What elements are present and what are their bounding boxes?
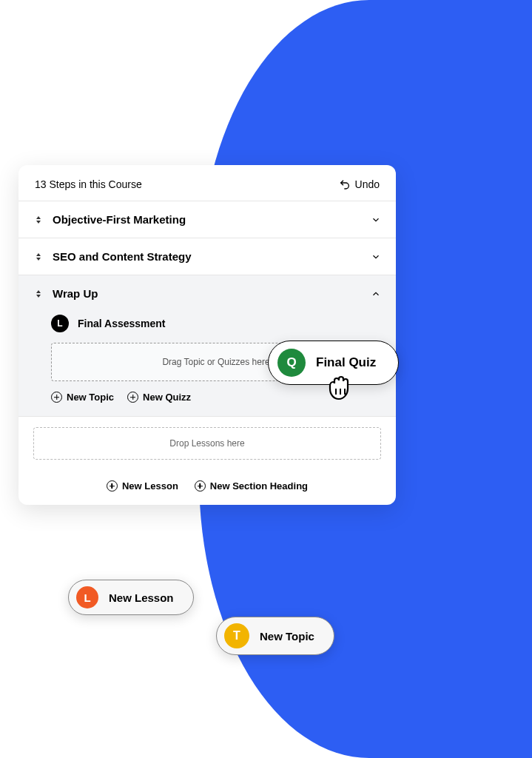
new-section-heading-button[interactable]: New Section Heading <box>195 480 308 492</box>
topic-pill[interactable]: T New Topic <box>216 617 334 655</box>
topic-badge: T <box>224 623 249 648</box>
course-builder-card: 13 Steps in this Course Undo Objective-F… <box>18 165 396 505</box>
chevron-up-icon <box>371 289 381 299</box>
drag-handle-icon[interactable] <box>33 290 44 298</box>
new-topic-button[interactable]: New Topic <box>51 392 114 403</box>
undo-icon <box>339 178 351 190</box>
drag-handle-icon[interactable] <box>33 253 44 261</box>
quiz-pill-label: Final Quiz <box>316 355 376 370</box>
drag-handle-icon[interactable] <box>33 216 44 224</box>
undo-label: Undo <box>355 178 380 190</box>
chevron-down-icon <box>371 252 381 262</box>
lesson-badge: L <box>76 586 98 608</box>
section-title: Objective-First Marketing <box>53 213 362 226</box>
footer-actions: New Lesson New Section Heading <box>18 470 396 505</box>
chevron-down-icon <box>371 215 381 225</box>
steps-count: 13 Steps in this Course <box>35 178 142 190</box>
lesson-pill[interactable]: L New Lesson <box>68 580 194 615</box>
plus-icon <box>195 480 206 492</box>
new-lesson-button[interactable]: New Lesson <box>107 480 178 492</box>
lesson-pill-label: New Lesson <box>109 591 174 604</box>
section-row[interactable]: Objective-First Marketing <box>18 201 396 238</box>
section-row[interactable]: SEO and Content Strategy <box>18 238 396 275</box>
plus-icon <box>107 480 118 492</box>
grab-cursor-icon <box>326 372 358 402</box>
lesson-row[interactable]: L Final Assessment <box>33 310 381 343</box>
new-topic-label: New Topic <box>67 392 114 403</box>
card-header: 13 Steps in this Course Undo <box>18 165 396 201</box>
topic-pill-label: New Topic <box>260 630 314 643</box>
section-title: SEO and Content Strategy <box>53 250 362 263</box>
section-title: Wrap Up <box>53 287 362 300</box>
new-section-heading-label: New Section Heading <box>210 480 308 492</box>
new-quizz-label: New Quizz <box>143 392 191 403</box>
new-quizz-button[interactable]: New Quizz <box>127 392 191 403</box>
plus-icon <box>51 392 62 403</box>
lesson-badge: L <box>51 315 69 332</box>
new-lesson-label: New Lesson <box>122 480 178 492</box>
section-header[interactable]: Wrap Up <box>33 287 381 300</box>
plus-icon <box>127 392 138 403</box>
lessons-dropzone[interactable]: Drop Lessons here <box>33 427 381 460</box>
lesson-title: Final Assessment <box>78 318 166 329</box>
quiz-badge: Q <box>277 349 306 377</box>
undo-button[interactable]: Undo <box>339 178 380 190</box>
